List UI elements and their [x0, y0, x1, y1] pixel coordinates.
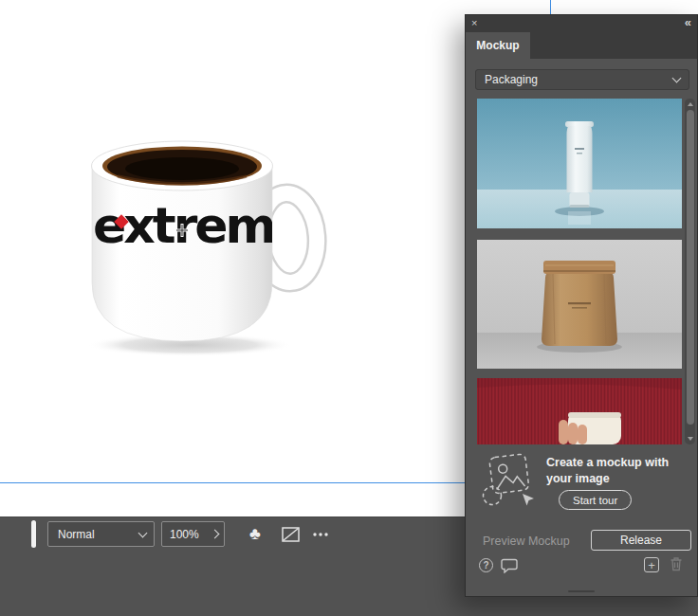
clover-icon[interactable]: ♣ — [244, 521, 266, 547]
mockup-placeholder-icon — [479, 448, 538, 516]
tab-mockup[interactable]: Mockup — [466, 32, 530, 59]
opacity-control[interactable]: 100% — [161, 521, 225, 547]
more-options-icon[interactable] — [308, 521, 333, 547]
scrollbar-thumb[interactable] — [687, 110, 694, 425]
toolbar-drag-handle[interactable] — [31, 520, 36, 548]
panel-titlebar[interactable]: × « — [466, 15, 697, 32]
scroll-up-icon[interactable] — [688, 102, 693, 106]
guide-horizontal[interactable] — [0, 482, 466, 483]
guide-vertical[interactable] — [550, 0, 551, 14]
panel-tab-row: Mockup — [466, 32, 697, 59]
mockup-panel: × « Mockup Packaging — [465, 14, 698, 597]
mug-illustration: extreme — [83, 131, 330, 363]
trash-icon[interactable] — [670, 556, 683, 575]
no-style-icon[interactable] — [278, 521, 303, 547]
category-dropdown-value: Packaging — [485, 73, 538, 86]
illustrator-workspace: extreme Normal 100% — [0, 0, 698, 616]
start-tour-button[interactable]: Start tour — [559, 490, 632, 510]
chevron-down-icon — [138, 528, 148, 537]
mug-artwork[interactable]: extreme — [83, 131, 330, 363]
thumbnail-scrollbar[interactable] — [685, 99, 695, 444]
help-icon[interactable]: ? — [479, 558, 493, 572]
preview-mockup-button[interactable]: Preview Mockup — [483, 534, 570, 548]
release-button[interactable]: Release — [591, 530, 691, 551]
cta-text: Create a mockup with your image — [546, 455, 669, 487]
chevron-right-icon — [211, 530, 220, 539]
mug-rim-coffee — [92, 141, 273, 190]
chevron-down-icon — [672, 74, 682, 83]
panel-resize-grip[interactable] — [568, 590, 595, 592]
mockup-thumbnail-pouch[interactable] — [477, 240, 682, 369]
blend-mode-value: Normal — [58, 528, 95, 541]
comment-icon[interactable] — [501, 558, 518, 577]
scroll-down-icon[interactable] — [688, 437, 693, 441]
collapse-panel-icon[interactable]: « — [685, 15, 690, 29]
opacity-value: 100% — [170, 528, 199, 541]
mockup-thumbnail-sweater-mug[interactable] — [477, 378, 682, 444]
blend-mode-dropdown[interactable]: Normal — [47, 521, 155, 547]
mockup-thumbnail-tube[interactable] — [477, 99, 682, 228]
close-icon[interactable]: × — [471, 17, 477, 29]
category-dropdown[interactable]: Packaging — [475, 69, 689, 90]
add-mockup-icon[interactable]: + — [644, 557, 659, 572]
